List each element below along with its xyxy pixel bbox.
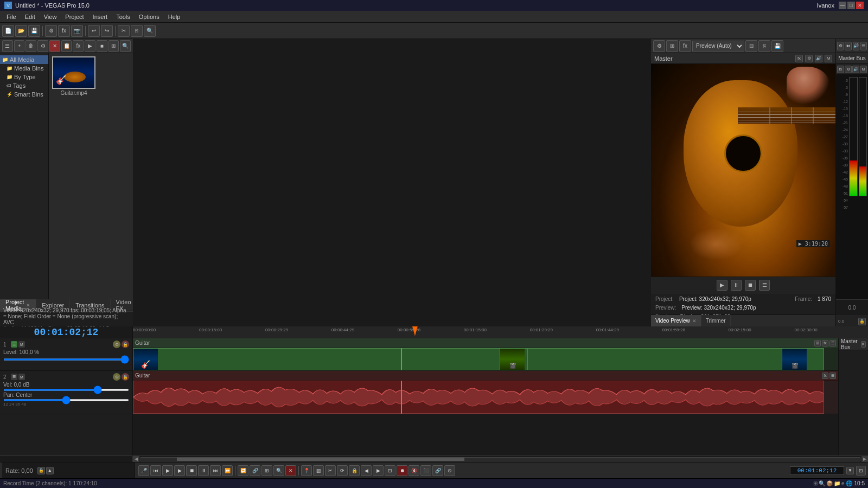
tree-all-media[interactable]: 📁 All Media [0,55,48,64]
time-format-menu[interactable]: ▼ [846,467,854,474]
play-pause-button[interactable]: ▶ [162,465,173,476]
timeline-ruler[interactable]: 00:00:00:00 00:00:15:00 00:00:29:29 00:0… [133,326,868,338]
tree-smart-bins[interactable]: ⚡ Smart Bins [0,90,48,99]
preview-save[interactable]: 💾 [771,40,783,52]
preview-copy[interactable]: ⎘ [758,40,770,52]
snap-button[interactable]: ⊞ [261,465,272,476]
video-clip-2[interactable]: 🎬 [500,348,528,370]
video-track-lane[interactable]: Guitar ⊞ fx ☰ 🎸 [133,338,838,371]
zoom-button[interactable]: 🔍 [144,25,156,37]
track-2-lock[interactable]: 🔒 [122,373,129,381]
menu-tools[interactable]: Tools [112,12,135,21]
video-track-fx[interactable]: fx [822,340,828,346]
master-settings[interactable]: ⚙ [837,42,844,50]
track-1-level-slider[interactable] [3,358,129,361]
marker-button[interactable]: 📍 [301,465,312,476]
audio-track-lane[interactable]: Guitar fx ☰ [133,371,838,414]
zoom-in-button[interactable]: 🔍 [273,465,284,476]
restore-button[interactable]: □ [847,2,855,9]
master-fx[interactable]: fx [795,55,803,62]
tab-video-preview[interactable]: Video Preview ✕ [651,315,701,326]
master-menu[interactable]: ☰ [860,42,867,50]
out-point[interactable]: ▶ [373,465,384,476]
scroll-thumb[interactable] [177,458,464,461]
in-point[interactable]: ◀ [361,465,372,476]
tree-media-bins[interactable]: 📁 Media Bins [0,64,48,73]
fx-button[interactable]: fx [58,25,70,37]
menu-help[interactable]: Help [164,12,185,21]
record-button[interactable]: ⏺ [397,465,407,476]
time-lock[interactable]: ⊡ [856,466,866,476]
stop-button[interactable]: ⏹ [745,280,756,291]
search-icon[interactable]: 🔍 [819,480,825,486]
edge-icon[interactable]: e [841,480,845,486]
stop-button[interactable]: ⏹ [186,465,197,476]
save-button[interactable]: 💾 [28,25,40,37]
track-2-expand[interactable]: ☰ [11,374,17,380]
preview-mode-select[interactable]: Preview (Auto) Preview (Draft) Preview (… [692,41,744,52]
master-chain-1[interactable]: ⚙ [845,66,852,73]
video-preview-close[interactable]: ✕ [692,318,697,324]
tree-by-type[interactable]: 📁 By Type [0,73,48,81]
redo-button[interactable]: ↪ [101,25,113,37]
selection-button[interactable]: ⊡ [385,465,395,476]
ie-icon[interactable]: 🌐 [846,480,852,486]
file-explorer-icon[interactable]: 📁 [834,480,840,486]
track-1-lock[interactable]: 🔒 [122,341,129,348]
play-button[interactable]: ▶ [717,280,727,291]
media-item-guitar[interactable]: 🎸 Guitar.mp4 [52,56,95,96]
menu-insert[interactable]: Insert [88,12,112,21]
media-settings[interactable]: ⚙ [37,40,48,52]
menu-view[interactable]: View [40,12,61,21]
rate-menu[interactable]: ▲ [46,467,54,474]
master-eq[interactable]: ⚙ [805,55,813,62]
media-list-view[interactable]: ☰ [2,40,13,52]
settings-button[interactable]: ⚙ [45,25,57,37]
open-button[interactable]: 📂 [15,25,27,37]
master-vol[interactable]: 🔊 [815,55,822,62]
preview-grid[interactable]: ⊞ [666,40,678,52]
copy-button[interactable]: ⎘ [131,25,143,37]
rewind-to-start[interactable]: ⏮ [150,465,161,476]
scroll-track[interactable] [141,457,860,461]
cortana-icon[interactable]: 📦 [826,480,833,486]
new-button[interactable]: 📄 [2,25,14,37]
menu-edit[interactable]: Edit [21,12,40,21]
audio-clip-1[interactable] [133,381,824,414]
media-stop[interactable]: ■ [97,40,107,52]
step-back[interactable]: ⏭ [210,465,221,476]
menu-project[interactable]: Project [61,12,88,21]
track-2-pan-slider[interactable] [3,399,129,401]
master-fader-lock[interactable]: 🔒 [858,318,866,325]
timeline-tracks[interactable]: Guitar ⊞ fx ☰ 🎸 [133,338,838,455]
video-track-expand[interactable]: ⊞ [814,340,821,346]
cancel-button[interactable]: ✕ [285,465,296,476]
menu-options[interactable]: Options [135,12,164,21]
sync-button[interactable]: 🔗 [250,465,260,476]
split-button[interactable]: ✂ [325,465,336,476]
region-button[interactable]: ▨ [313,465,324,476]
scroll-left-arrow[interactable]: ◀ [133,456,139,463]
menu-button[interactable]: ☰ [759,280,770,291]
master-chain-2[interactable]: 🔊 [852,66,859,73]
rate-lock[interactable]: 🔒 [37,467,45,474]
media-properties[interactable]: 📋 [61,40,72,52]
audio-track-fx[interactable]: fx [822,373,828,379]
media-import[interactable]: + [14,40,25,52]
punch-in[interactable]: ⬛ [420,465,431,476]
transport-time-display[interactable]: 00:01:02;12 [790,466,844,475]
video-clip-3[interactable]: 🎬 [782,348,824,370]
master-prev[interactable]: ⏮ [845,42,851,50]
extra-button[interactable]: ⊙ [444,465,455,476]
audio-track-menu[interactable]: ☰ [829,373,836,379]
media-zoom[interactable]: 🔍 [120,40,131,52]
undo-button[interactable]: ↩ [88,25,100,37]
capture-button[interactable]: 📷 [71,25,83,37]
track-2-vol-slider[interactable] [3,389,129,391]
menu-file[interactable]: File [2,12,21,21]
track-2-mute[interactable]: M [18,374,25,380]
media-fx[interactable]: fx [73,40,84,52]
sync-2[interactable]: 🔗 [432,465,443,476]
master-chain-3[interactable]: M [860,66,867,73]
master-vol-btn[interactable]: 🔊 [853,42,859,50]
